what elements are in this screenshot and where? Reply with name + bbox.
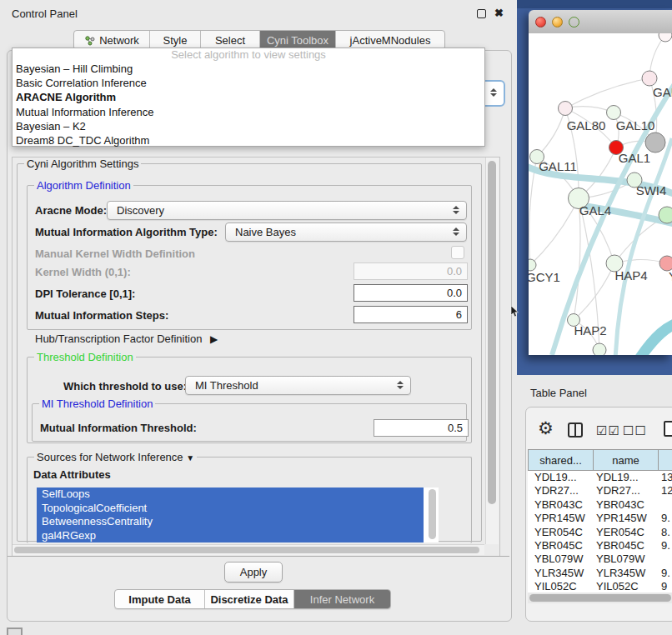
split-columns-icon[interactable] bbox=[568, 422, 583, 438]
table-hscrollbar-thumb[interactable] bbox=[529, 594, 671, 602]
gear-icon[interactable]: ⚙ bbox=[538, 419, 554, 437]
zoom-traffic-light[interactable] bbox=[569, 17, 579, 28]
algorithm-option[interactable]: Dream8 DC_TDC Algorithm bbox=[13, 133, 484, 148]
tab-select[interactable]: Select bbox=[201, 31, 260, 49]
table-cell[interactable]: YER054C bbox=[528, 526, 593, 539]
close-traffic-light[interactable] bbox=[535, 17, 546, 28]
dpi-tolerance-field[interactable]: 0.0 bbox=[354, 284, 468, 302]
network-node-gcy1[interactable] bbox=[529, 259, 536, 271]
network-node-gal10[interactable] bbox=[607, 106, 621, 120]
table-cell[interactable]: YPR145W bbox=[528, 512, 593, 525]
minimized-panel-icon[interactable] bbox=[7, 628, 23, 635]
table-cell[interactable]: YBL079W bbox=[593, 552, 658, 566]
network-node-label: SWI4 bbox=[636, 183, 667, 198]
list-scrollbar[interactable] bbox=[429, 489, 436, 539]
network-node[interactable] bbox=[659, 207, 672, 223]
network-node[interactable] bbox=[659, 33, 672, 42]
algorithm-option[interactable]: Mutual Information Inference bbox=[13, 105, 484, 119]
collapse-arrow-icon[interactable]: ▼ bbox=[186, 453, 194, 462]
table-cell[interactable]: 9 bbox=[658, 580, 672, 592]
table-cell[interactable]: YBR043C bbox=[528, 498, 593, 512]
minimize-traffic-light[interactable] bbox=[552, 17, 563, 28]
table-row[interactable]: YPR145WYPR145W9. bbox=[528, 512, 672, 525]
table-cell[interactable]: YIL052C bbox=[593, 580, 658, 592]
table-cell[interactable]: YIL052C bbox=[528, 580, 593, 592]
network-canvas[interactable]: GALGAL80GAL10GAL1GAL11SWI4GAL4GCY1HAP4YH… bbox=[529, 33, 672, 355]
unchecked-boxes-icon[interactable]: ☐☐ bbox=[623, 423, 647, 438]
tab-infer-network[interactable]: Infer Network bbox=[294, 590, 390, 608]
tab-select-label: Select bbox=[215, 34, 245, 47]
table-cell[interactable]: YLR345W bbox=[528, 567, 593, 580]
table-cell[interactable]: YDL19... bbox=[528, 471, 593, 484]
column-header-shared[interactable]: shared... bbox=[528, 449, 593, 471]
table-row[interactable]: YBR045CYBR045C9. bbox=[528, 539, 672, 552]
hub-definition-expander[interactable]: Hub/Transcription Factor Definition ▶ bbox=[35, 332, 218, 345]
mi-threshold-field[interactable]: 0.5 bbox=[374, 419, 469, 437]
network-node-gal80[interactable] bbox=[559, 102, 573, 116]
table-cell[interactable]: YPR145W bbox=[593, 512, 658, 525]
horizontal-scrollbar-thumb[interactable] bbox=[14, 547, 479, 553]
tab-jactivemnodules[interactable]: jActiveMNodules bbox=[336, 31, 444, 49]
algorithm-option[interactable]: Bayesian – K2 bbox=[13, 119, 484, 133]
data-attribute-item[interactable]: TopologicalCoefficient bbox=[37, 502, 424, 516]
table-row[interactable]: YDL19...YDL19...13 bbox=[528, 471, 672, 484]
table-cell[interactable]: YBR045C bbox=[528, 539, 593, 552]
close-icon[interactable]: ✖ bbox=[494, 8, 504, 18]
tab-network[interactable]: Network bbox=[74, 31, 150, 49]
data-attribute-item[interactable]: gal4RGexp bbox=[37, 529, 424, 543]
data-attribute-item[interactable]: BetweennessCentrality bbox=[37, 515, 424, 529]
table-cell[interactable]: 9. bbox=[658, 539, 672, 552]
checked-boxes-icon[interactable]: ☑☑ bbox=[596, 423, 620, 438]
table-cell[interactable]: 12 bbox=[658, 484, 672, 498]
table-cell[interactable]: 13 bbox=[658, 471, 672, 484]
table-row[interactable]: YBL079WYBL079W bbox=[528, 552, 672, 566]
which-threshold-combobox[interactable]: MI Threshold bbox=[185, 376, 411, 395]
table-row[interactable]: YIL052CYIL052C9 bbox=[528, 580, 672, 592]
network-node-gal[interactable] bbox=[642, 71, 657, 86]
network-window-titlebar[interactable] bbox=[529, 10, 672, 34]
table-cell[interactable]: 9. bbox=[658, 512, 672, 525]
column-header-third[interactable] bbox=[658, 449, 672, 471]
mi-steps-field[interactable]: 6 bbox=[354, 306, 468, 323]
aracne-mode-combobox[interactable]: Discovery bbox=[107, 201, 467, 220]
data-attribute-item[interactable]: SelfLoops bbox=[37, 488, 424, 502]
table-cell[interactable]: YLR345W bbox=[593, 567, 658, 580]
table-cell[interactable]: 8. bbox=[658, 526, 672, 539]
table-cell[interactable]: YBR043C bbox=[593, 498, 658, 512]
tab-discretize-data[interactable]: Discretize Data bbox=[205, 590, 294, 608]
table-row[interactable]: YER054CYER054C8. bbox=[528, 526, 672, 539]
network-node[interactable] bbox=[645, 132, 665, 152]
algorithm-option[interactable]: ARACNE Algorithm bbox=[13, 90, 484, 104]
table-cell[interactable]: YDR27... bbox=[593, 484, 658, 498]
table-row[interactable]: YDR27...YDR27...12 bbox=[528, 484, 672, 498]
table-row[interactable]: YLR345WYLR345W9. bbox=[528, 567, 672, 580]
tab-discretize-data-label: Discretize Data bbox=[210, 593, 288, 606]
tab-cyni-toolbox[interactable]: Cyni Toolbox bbox=[260, 31, 336, 49]
vertical-scrollbar-thumb[interactable] bbox=[488, 161, 496, 504]
mi-algorithm-type-combobox[interactable]: Naive Bayes bbox=[225, 222, 467, 242]
network-node-label: Y bbox=[669, 269, 672, 283]
table-cell[interactable]: 9. bbox=[658, 567, 672, 580]
table-row[interactable]: YBR043CYBR043C bbox=[528, 498, 672, 512]
table-body: YDL19...YDL19...13YDR27...YDR27...12YBR0… bbox=[528, 471, 672, 592]
apply-button[interactable]: Apply bbox=[224, 562, 283, 582]
table-cell[interactable] bbox=[658, 498, 672, 512]
document-icon[interactable] bbox=[664, 421, 672, 437]
table-cell[interactable] bbox=[658, 552, 672, 566]
table-cell[interactable]: YBL079W bbox=[528, 552, 593, 566]
table-cell[interactable]: YBR045C bbox=[593, 539, 658, 552]
table-cell[interactable]: YDL19... bbox=[593, 471, 658, 484]
float-window-icon[interactable] bbox=[477, 9, 486, 18]
network-node[interactable] bbox=[593, 343, 606, 355]
dpi-tolerance-label: DPI Tolerance [0,1]: bbox=[35, 288, 135, 301]
column-header-name[interactable]: name bbox=[593, 449, 658, 471]
table-cell[interactable]: YER054C bbox=[593, 526, 658, 539]
tab-style[interactable]: Style bbox=[150, 31, 201, 49]
table-hscrollbar-track[interactable] bbox=[528, 592, 672, 603]
tab-impute-data[interactable]: Impute Data bbox=[115, 590, 205, 608]
table-cell[interactable]: YDR27... bbox=[528, 484, 593, 498]
algorithm-option[interactable]: Bayesian – Hill Climbing bbox=[13, 62, 484, 76]
algorithm-option[interactable]: Basic Correlation Inference bbox=[13, 76, 484, 90]
horizontal-scrollbar-track[interactable] bbox=[13, 544, 484, 555]
vertical-scrollbar-track[interactable] bbox=[485, 158, 499, 544]
